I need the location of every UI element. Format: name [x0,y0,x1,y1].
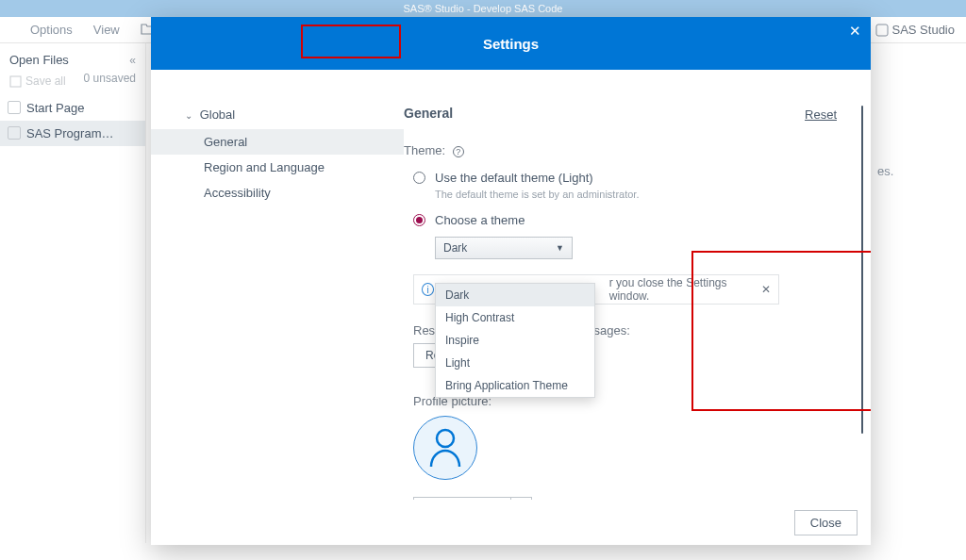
settings-title: Settings [483,36,539,52]
radio-choose-label: Choose a theme [435,213,525,227]
nav-item-general[interactable]: General [151,129,404,155]
chevron-down-icon: ⌄ [185,110,192,121]
open-file-sas-program[interactable]: SAS Program… [0,121,145,146]
open-files-panel: Open Files « Save all 0 unsaved Start Pa… [0,43,146,543]
unsaved-count: 0 unsaved [84,72,136,85]
user-icon [427,427,463,469]
choose-picture-button[interactable]: Choose Picture [413,497,511,500]
tab-sas-studio[interactable]: SAS Studio [875,23,956,37]
open-files-header: Open Files [9,53,69,67]
theme-option-dark[interactable]: Dark [436,284,594,306]
radio-icon-selected [413,214,425,226]
save-all-button[interactable]: Save all [9,74,66,88]
default-theme-note: The default theme is set by an administr… [435,189,844,200]
theme-label: Theme: [404,143,445,157]
background-text: es. [877,43,966,175]
svg-rect-1 [10,76,21,87]
theme-option-bring-app-theme[interactable]: Bring Application Theme [436,374,594,397]
theme-option-inspire[interactable]: Inspire [436,329,594,352]
info-icon: i [422,283,434,296]
close-button[interactable]: Close [794,510,858,535]
theme-option-high-contrast[interactable]: High Contrast [436,306,594,329]
info-icon[interactable]: ? [453,146,464,157]
radio-default-label: Use the default theme (Light) [435,171,593,185]
chevron-down-icon: ▼ [556,243,564,253]
avatar[interactable] [413,416,477,480]
svg-point-2 [437,430,454,447]
scrollbar[interactable] [861,106,863,434]
settings-modal: Settings ✕ ⌄ Global General Region and L… [151,17,871,545]
file-icon [8,126,21,140]
dismiss-icon[interactable]: ✕ [761,283,771,296]
reset-link[interactable]: Reset [805,107,837,122]
svg-rect-0 [876,25,888,36]
settings-footer: Close [151,500,871,545]
app-titlebar: SAS® Studio - Develop SAS Code [0,0,966,17]
menu-options[interactable]: Options [30,23,73,37]
choose-picture-caret[interactable]: ▼ [511,497,532,500]
nav-item-accessibility[interactable]: Accessibility [151,180,404,206]
nav-item-region-language[interactable]: Region and Language [151,155,404,180]
section-header-general: General [404,106,844,121]
settings-header: Settings ✕ [151,17,871,70]
menu-view[interactable]: View [93,23,120,37]
open-file-start-page[interactable]: Start Page [0,95,145,121]
nav-group-global[interactable]: ⌄ Global [151,107,404,122]
radio-default-theme[interactable]: Use the default theme (Light) [413,171,844,185]
close-icon[interactable]: ✕ [849,23,861,40]
file-icon [8,101,21,114]
settings-content: General Reset Theme: ? Use the default t… [404,70,871,500]
theme-option-light[interactable]: Light [436,352,594,374]
radio-icon [413,172,425,184]
info-message-text: r you close the Settings window. [609,276,761,303]
radio-choose-theme[interactable]: Choose a theme [413,213,844,227]
theme-dropdown[interactable]: Dark High Contrast Inspire Light Bring A… [435,283,595,398]
settings-nav: ⌄ Global General Region and Language Acc… [151,70,404,500]
theme-select[interactable]: Dark ▼ [435,237,573,259]
collapse-icon[interactable]: « [129,54,136,67]
